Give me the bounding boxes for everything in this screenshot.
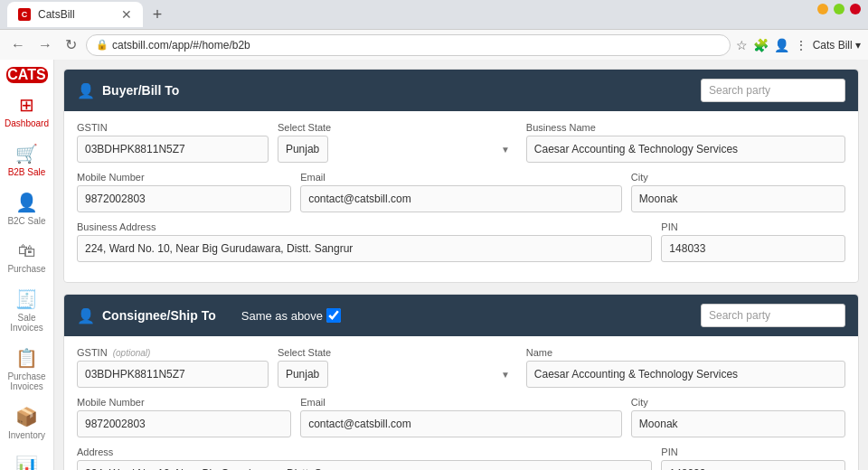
sidebar-label-purchase-invoices: Purchase Invoices	[4, 371, 50, 391]
consignee-row-3: Address PIN	[77, 446, 845, 470]
buyer-address-label: Business Address	[77, 221, 652, 232]
b2csale-icon: 👤	[15, 192, 38, 213]
sidebar-item-sale-invoices[interactable]: 🧾 Sale Invoices	[0, 281, 53, 340]
buyer-search-input[interactable]	[701, 79, 845, 102]
buyer-state-select-wrapper: Punjab	[278, 136, 517, 163]
consignee-mobile-label: Mobile Number	[77, 397, 291, 408]
consignee-gstin-input[interactable]	[77, 361, 269, 388]
consignee-state-group: Select State Punjab	[278, 347, 517, 388]
maximize-button[interactable]	[834, 4, 844, 14]
sidebar-label-purchase: Purchase	[7, 264, 45, 274]
same-as-above-wrap: Same as above	[241, 308, 341, 323]
buyer-mobile-label: Mobile Number	[77, 172, 291, 183]
menu-icon[interactable]: ⋮	[795, 38, 807, 52]
consignee-section-title: Consignee/Ship To	[102, 308, 216, 323]
sidebar-label-b2csale: B2C Sale	[7, 216, 45, 226]
buyer-business-input[interactable]	[526, 136, 845, 163]
buyer-row-2: Mobile Number Email City	[77, 172, 845, 212]
consignee-pin-input[interactable]	[661, 460, 845, 470]
buyer-pin-input[interactable]	[661, 235, 845, 262]
extension-icon[interactable]: 🧩	[753, 38, 769, 52]
sidebar-item-dashboard[interactable]: ⊞ Dashboard	[0, 87, 53, 136]
buyer-business-label: Business Name	[526, 122, 845, 133]
consignee-address-input[interactable]	[77, 460, 652, 470]
buyer-email-group: Email	[300, 172, 622, 212]
consignee-name-input[interactable]	[526, 361, 845, 388]
sidebar-item-b2csale[interactable]: 👤 B2C Sale	[0, 184, 53, 233]
new-tab-button[interactable]: +	[146, 4, 168, 25]
consignee-name-group: Name	[526, 347, 845, 388]
buyer-address-group: Business Address	[77, 221, 652, 262]
consignee-state-select[interactable]: Punjab	[278, 361, 328, 388]
sidebar-label-sale-invoices: Sale Invoices	[4, 313, 50, 333]
buyer-section-body: GSTIN Select State Punjab Business Name	[64, 111, 858, 282]
url-text: catsbill.com/app/#/home/b2b	[112, 39, 250, 52]
consignee-section-body: GSTIN (optional) Select State Punjab	[64, 336, 858, 470]
sidebar: CATS ⊞ Dashboard 🛒 B2B Sale 👤 B2C Sale 🛍…	[0, 60, 54, 470]
app-user-label[interactable]: Cats Bill ▾	[813, 39, 861, 52]
buyer-email-input[interactable]	[300, 185, 622, 212]
tab-favicon: C	[18, 8, 31, 21]
sidebar-item-stock-reports[interactable]: 📊 Stock Reports	[0, 447, 53, 470]
consignee-email-label: Email	[300, 397, 622, 408]
consignee-pin-label: PIN	[661, 446, 845, 457]
buyer-state-group: Select State Punjab	[278, 122, 517, 163]
sidebar-item-purchase-invoices[interactable]: 📋 Purchase Invoices	[0, 340, 53, 399]
address-bar[interactable]: 🔒 catsbill.com/app/#/home/b2b	[86, 34, 731, 56]
buyer-mobile-input[interactable]	[77, 185, 291, 212]
consignee-city-input[interactable]	[631, 410, 845, 437]
browser-tab[interactable]: C CatsBill ✕	[7, 2, 143, 27]
b2bsale-icon: 🛒	[15, 143, 38, 164]
buyer-pin-group: PIN	[661, 221, 845, 262]
buyer-gstin-group: GSTIN	[77, 122, 269, 163]
buyer-city-group: City	[631, 172, 845, 212]
consignee-state-label: Select State	[278, 347, 517, 358]
same-as-above-checkbox[interactable]	[326, 308, 341, 323]
bookmark-icon[interactable]: ☆	[736, 38, 748, 52]
consignee-section: 👤 Consignee/Ship To Same as above GSTIN …	[63, 294, 859, 470]
sidebar-item-inventory[interactable]: 📦 Inventory	[0, 399, 53, 447]
sidebar-item-purchase[interactable]: 🛍 Purchase	[0, 233, 53, 281]
buyer-address-input[interactable]	[77, 235, 652, 262]
buyer-state-label: Select State	[278, 122, 517, 133]
consignee-search-input[interactable]	[701, 304, 845, 327]
stock-reports-icon: 📊	[15, 455, 38, 470]
back-button[interactable]: ←	[7, 35, 29, 55]
consignee-gstin-label: GSTIN (optional)	[77, 347, 269, 358]
buyer-gstin-input[interactable]	[77, 136, 269, 163]
buyer-city-label: City	[631, 172, 845, 183]
sidebar-item-b2bsale[interactable]: 🛒 B2B Sale	[0, 136, 53, 184]
purchase-icon: 🛍	[18, 240, 36, 261]
logo-text: CATS	[7, 67, 45, 83]
tab-title: CatsBill	[38, 8, 75, 21]
buyer-state-select[interactable]: Punjab	[278, 136, 328, 163]
consignee-state-select-wrapper: Punjab	[278, 361, 517, 388]
reload-button[interactable]: ↻	[61, 34, 80, 55]
sidebar-label-b2bsale: B2B Sale	[8, 167, 46, 177]
buyer-section-header: 👤 Buyer/Bill To	[64, 70, 858, 111]
app-logo: CATS	[6, 67, 48, 83]
purchase-invoices-icon: 📋	[15, 347, 38, 369]
buyer-row-3: Business Address PIN	[77, 221, 845, 262]
consignee-name-label: Name	[526, 347, 845, 358]
consignee-section-header: 👤 Consignee/Ship To Same as above	[64, 295, 858, 336]
close-button[interactable]	[850, 4, 861, 14]
consignee-city-label: City	[631, 397, 845, 408]
consignee-email-group: Email	[300, 397, 622, 437]
consignee-mobile-input[interactable]	[77, 410, 291, 437]
sale-invoices-icon: 🧾	[15, 288, 38, 310]
consignee-email-input[interactable]	[300, 410, 622, 437]
main-content: 👤 Buyer/Bill To GSTIN Select State Punja…	[54, 60, 868, 470]
dashboard-icon: ⊞	[19, 94, 34, 116]
minimize-button[interactable]	[817, 4, 828, 14]
buyer-section: 👤 Buyer/Bill To GSTIN Select State Punja…	[63, 69, 859, 283]
consignee-row-1: GSTIN (optional) Select State Punjab	[77, 347, 845, 388]
buyer-row-1: GSTIN Select State Punjab Business Name	[77, 122, 845, 163]
buyer-mobile-group: Mobile Number	[77, 172, 291, 212]
tab-close-btn[interactable]: ✕	[121, 7, 132, 22]
buyer-business-group: Business Name	[526, 122, 845, 163]
forward-button[interactable]: →	[34, 35, 56, 55]
account-icon[interactable]: 👤	[774, 38, 789, 52]
buyer-city-input[interactable]	[631, 185, 845, 212]
buyer-email-label: Email	[300, 172, 622, 183]
